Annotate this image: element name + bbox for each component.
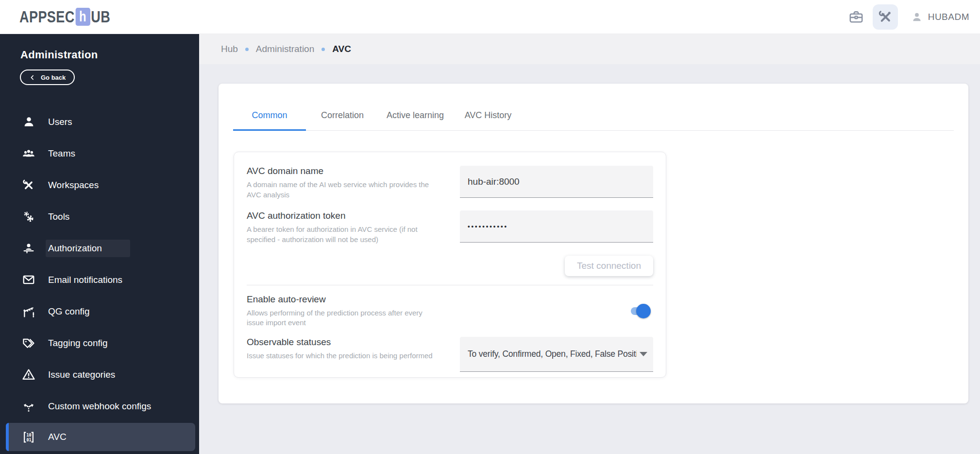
tab-correlation[interactable]: Correlation <box>306 100 379 130</box>
observable-value: To verify, Confirmed, Open, Fixed, False… <box>468 349 637 359</box>
sidebar-item-avc[interactable]: 1001AVC <box>6 423 195 451</box>
sidebar-item-authorization[interactable]: Authorization <box>0 232 199 264</box>
app-root: APPSEC h UB <box>0 0 980 454</box>
field-row-observable: Observable statuses Issue statuses for w… <box>247 337 653 372</box>
svg-text:01: 01 <box>26 437 31 442</box>
breadcrumb: HubAdministrationAVC <box>199 34 980 64</box>
user-icon <box>22 115 35 129</box>
sidebar-item-tools[interactable]: Tools <box>0 201 199 232</box>
content-area: CommonCorrelationActive learningAVC Hist… <box>199 64 980 454</box>
breadcrumb-separator-dot <box>245 48 249 51</box>
toggle-knob <box>636 304 651 318</box>
observable-statuses-select[interactable]: To verify, Confirmed, Open, Fixed, False… <box>460 337 653 372</box>
auto-review-help: Allows performing of the prediction proc… <box>247 308 436 328</box>
field-row-domain: AVC domain name A domain name of the AI … <box>247 166 653 200</box>
sidebar-item-label: Custom webhook configs <box>48 401 151 412</box>
chevron-down-icon <box>640 352 647 356</box>
briefcase-icon[interactable] <box>844 4 869 30</box>
auto-review-toggle[interactable] <box>631 307 648 315</box>
binary-matrix-icon: 1001 <box>22 430 35 444</box>
sidebar-title: Administration <box>20 49 199 61</box>
logo-h-icon: h <box>75 8 90 26</box>
observable-help: Issue statuses for which the prediction … <box>247 351 440 361</box>
sidebar-item-teams[interactable]: Teams <box>0 138 199 169</box>
gears-icon <box>22 210 35 224</box>
username: HUBADM <box>928 12 969 22</box>
route-split-icon <box>22 400 35 413</box>
svg-text:10: 10 <box>26 433 31 437</box>
token-masked-value: ••••••••••• <box>468 223 508 230</box>
auto-review-label: Enable auto-review <box>247 294 436 305</box>
breadcrumb-item-administration[interactable]: Administration <box>256 44 314 54</box>
tags-icon <box>22 336 35 350</box>
user-menu[interactable]: HUBADM <box>911 11 969 23</box>
domain-label: AVC domain name <box>247 166 440 176</box>
token-input[interactable]: ••••••••••• <box>460 210 653 243</box>
person-icon <box>911 11 923 23</box>
sidebar-item-label: Workspaces <box>48 180 99 191</box>
sidebar-item-email-notifications[interactable]: Email notifications <box>0 264 199 296</box>
domain-value: hub-air:8000 <box>468 176 520 187</box>
sidebar-item-qg-config[interactable]: QG config <box>0 296 199 327</box>
logo-text-suffix: UB <box>91 8 110 26</box>
tab-avc-history[interactable]: AVC History <box>452 100 524 130</box>
field-row-token: AVC authorization token A bearer token f… <box>247 210 653 244</box>
authorization-icon <box>22 242 35 255</box>
quality-gate-icon <box>22 305 35 318</box>
teams-icon <box>22 147 35 160</box>
sidebar-item-workspaces[interactable]: Workspaces <box>0 169 199 201</box>
sidebar-item-label: Tools <box>48 211 69 222</box>
app-logo[interactable]: APPSEC h UB <box>19 8 110 26</box>
divider <box>247 285 653 285</box>
settings-card: CommonCorrelationActive learningAVC Hist… <box>219 84 968 403</box>
sidebar-item-label: Authorization <box>46 240 130 257</box>
chevron-left-icon <box>29 74 35 81</box>
logo-text-prefix: APPSEC <box>19 8 75 26</box>
header-actions: HUBADM <box>844 4 969 30</box>
envelope-icon <box>22 273 35 287</box>
test-connection-button[interactable]: Test connection <box>565 256 653 276</box>
sidebar-item-label: Teams <box>48 148 75 159</box>
sidebar-nav: UsersTeamsWorkspacesToolsAuthorizationEm… <box>0 106 199 451</box>
sidebar-item-custom-webhook-configs[interactable]: Custom webhook configs <box>0 390 199 422</box>
main-area: HubAdministrationAVC CommonCorrelationAc… <box>199 34 980 454</box>
top-header: APPSEC h UB <box>0 0 980 34</box>
go-back-button[interactable]: Go back <box>20 70 75 85</box>
domain-input[interactable]: hub-air:8000 <box>460 166 653 198</box>
sidebar-item-issue-categories[interactable]: Issue categories <box>0 359 199 390</box>
sidebar-item-label: Users <box>48 117 72 127</box>
domain-help: A domain name of the AI web service whic… <box>247 180 440 200</box>
tab-common[interactable]: Common <box>233 100 306 130</box>
sidebar-item-label: AVC <box>48 432 67 442</box>
sidebar-item-users[interactable]: Users <box>0 106 199 138</box>
workspaces-icon <box>22 178 35 192</box>
sidebar: Administration Go back UsersTeamsWorkspa… <box>0 34 199 454</box>
sidebar-item-label: Issue categories <box>48 369 115 380</box>
tab-active-learning[interactable]: Active learning <box>379 100 452 130</box>
observable-label: Observable statuses <box>247 337 440 348</box>
warning-triangle-icon <box>22 368 35 382</box>
field-row-auto-review: Enable auto-review Allows performing of … <box>247 294 653 328</box>
breadcrumb-item-avc: AVC <box>332 44 351 54</box>
sidebar-item-label: Email notifications <box>48 275 122 285</box>
token-label: AVC authorization token <box>247 210 440 221</box>
token-help: A bearer token for authorization in AVC … <box>247 225 440 244</box>
tab-bar: CommonCorrelationActive learningAVC Hist… <box>233 100 954 131</box>
button-row: Test connection <box>247 256 653 276</box>
sidebar-item-label: Tagging config <box>48 338 108 349</box>
breadcrumb-item-hub[interactable]: Hub <box>221 44 238 54</box>
avc-common-form: AVC domain name A domain name of the AI … <box>234 152 666 378</box>
sidebar-item-label: QG config <box>48 306 90 317</box>
sidebar-item-tagging-config[interactable]: Tagging config <box>0 327 199 359</box>
breadcrumb-separator-dot <box>321 48 325 51</box>
admin-tools-icon[interactable] <box>873 4 898 30</box>
